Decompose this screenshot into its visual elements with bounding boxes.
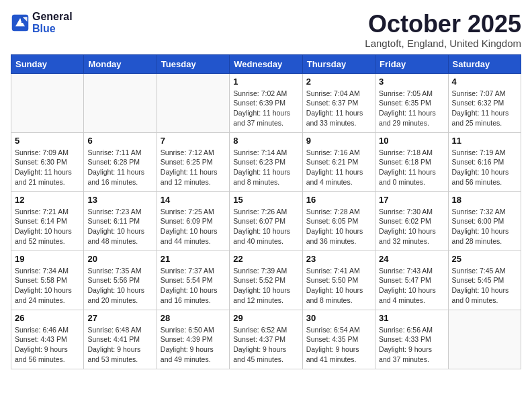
week-row-1: 1Sunrise: 7:02 AMSunset: 6:39 PMDaylight… xyxy=(11,73,521,132)
header: General Blue October 2025 Langtoft, Engl… xyxy=(11,11,521,49)
day-cell: 27Sunrise: 6:48 AMSunset: 4:41 PMDayligh… xyxy=(84,310,157,369)
day-number: 5 xyxy=(15,136,80,146)
day-cell: 10Sunrise: 7:18 AMSunset: 6:18 PMDayligh… xyxy=(375,132,448,191)
day-number: 18 xyxy=(452,195,517,205)
day-cell: 31Sunrise: 6:56 AMSunset: 4:33 PMDayligh… xyxy=(375,310,448,369)
day-number: 11 xyxy=(452,136,517,146)
day-number: 16 xyxy=(306,195,371,205)
day-info: Sunrise: 7:18 AMSunset: 6:18 PMDaylight:… xyxy=(379,148,444,187)
day-number: 27 xyxy=(87,313,152,323)
day-cell: 2Sunrise: 7:04 AMSunset: 6:37 PMDaylight… xyxy=(302,73,375,132)
day-info: Sunrise: 6:46 AMSunset: 4:43 PMDaylight:… xyxy=(15,325,80,365)
day-number: 13 xyxy=(87,195,152,205)
day-info: Sunrise: 7:23 AMSunset: 6:11 PMDaylight:… xyxy=(87,207,152,246)
day-info: Sunrise: 7:19 AMSunset: 6:16 PMDaylight:… xyxy=(452,148,517,187)
day-cell: 25Sunrise: 7:45 AMSunset: 5:45 PMDayligh… xyxy=(448,250,521,310)
day-info: Sunrise: 7:07 AMSunset: 6:32 PMDaylight:… xyxy=(452,89,517,128)
day-cell: 3Sunrise: 7:05 AMSunset: 6:35 PMDaylight… xyxy=(375,73,448,132)
col-header-monday: Monday xyxy=(84,54,157,73)
day-number: 1 xyxy=(233,77,298,87)
day-info: Sunrise: 6:54 AMSunset: 4:35 PMDaylight:… xyxy=(306,325,371,365)
logo-line2: Blue xyxy=(32,23,56,34)
day-cell: 12Sunrise: 7:21 AMSunset: 6:14 PMDayligh… xyxy=(11,191,84,250)
day-number: 6 xyxy=(87,136,152,146)
col-header-friday: Friday xyxy=(375,54,448,73)
day-info: Sunrise: 7:05 AMSunset: 6:35 PMDaylight:… xyxy=(379,89,444,128)
day-cell: 4Sunrise: 7:07 AMSunset: 6:32 PMDaylight… xyxy=(448,73,521,132)
day-info: Sunrise: 7:12 AMSunset: 6:25 PMDaylight:… xyxy=(161,148,226,187)
day-cell: 7Sunrise: 7:12 AMSunset: 6:25 PMDaylight… xyxy=(157,132,229,191)
day-cell: 9Sunrise: 7:16 AMSunset: 6:21 PMDaylight… xyxy=(302,132,375,191)
col-header-thursday: Thursday xyxy=(302,54,375,73)
day-info: Sunrise: 7:02 AMSunset: 6:39 PMDaylight:… xyxy=(233,89,298,128)
day-number: 10 xyxy=(379,136,444,146)
day-number: 21 xyxy=(161,254,226,264)
day-info: Sunrise: 7:41 AMSunset: 5:50 PMDaylight:… xyxy=(306,266,371,306)
day-cell xyxy=(11,73,84,132)
col-header-sunday: Sunday xyxy=(11,54,84,73)
day-number: 2 xyxy=(306,77,371,87)
day-number: 25 xyxy=(452,254,517,264)
day-info: Sunrise: 7:43 AMSunset: 5:47 PMDaylight:… xyxy=(379,266,444,306)
day-number: 22 xyxy=(233,254,298,264)
day-cell: 23Sunrise: 7:41 AMSunset: 5:50 PMDayligh… xyxy=(302,250,375,310)
day-cell: 11Sunrise: 7:19 AMSunset: 6:16 PMDayligh… xyxy=(448,132,521,191)
day-info: Sunrise: 7:14 AMSunset: 6:23 PMDaylight:… xyxy=(233,148,298,187)
logo-line1: General xyxy=(32,11,73,22)
day-info: Sunrise: 7:30 AMSunset: 6:02 PMDaylight:… xyxy=(379,207,444,246)
day-number: 26 xyxy=(15,313,80,323)
week-row-4: 19Sunrise: 7:34 AMSunset: 5:58 PMDayligh… xyxy=(11,250,521,310)
day-cell: 28Sunrise: 6:50 AMSunset: 4:39 PMDayligh… xyxy=(157,310,229,369)
day-cell: 19Sunrise: 7:34 AMSunset: 5:58 PMDayligh… xyxy=(11,250,84,310)
day-cell: 17Sunrise: 7:30 AMSunset: 6:02 PMDayligh… xyxy=(375,191,448,250)
location: Langtoft, England, United Kingdom xyxy=(365,38,521,49)
day-info: Sunrise: 7:37 AMSunset: 5:54 PMDaylight:… xyxy=(161,266,226,306)
day-number: 29 xyxy=(233,313,298,323)
day-info: Sunrise: 7:11 AMSunset: 6:28 PMDaylight:… xyxy=(87,148,152,187)
day-number: 9 xyxy=(306,136,371,146)
day-cell: 14Sunrise: 7:25 AMSunset: 6:09 PMDayligh… xyxy=(157,191,229,250)
day-cell: 1Sunrise: 7:02 AMSunset: 6:39 PMDaylight… xyxy=(230,73,302,132)
day-info: Sunrise: 6:48 AMSunset: 4:41 PMDaylight:… xyxy=(87,325,152,365)
day-cell: 15Sunrise: 7:26 AMSunset: 6:07 PMDayligh… xyxy=(230,191,302,250)
day-cell: 21Sunrise: 7:37 AMSunset: 5:54 PMDayligh… xyxy=(157,250,229,310)
title-block: October 2025 Langtoft, England, United K… xyxy=(365,11,521,49)
day-number: 17 xyxy=(379,195,444,205)
day-number: 4 xyxy=(452,77,517,87)
month-title: October 2025 xyxy=(365,11,521,38)
day-cell: 24Sunrise: 7:43 AMSunset: 5:47 PMDayligh… xyxy=(375,250,448,310)
day-number: 12 xyxy=(15,195,80,205)
day-number: 24 xyxy=(379,254,444,264)
day-number: 31 xyxy=(379,313,444,323)
day-cell: 18Sunrise: 7:32 AMSunset: 6:00 PMDayligh… xyxy=(448,191,521,250)
day-cell xyxy=(84,73,157,132)
day-number: 28 xyxy=(161,313,226,323)
day-number: 8 xyxy=(233,136,298,146)
day-cell: 22Sunrise: 7:39 AMSunset: 5:52 PMDayligh… xyxy=(230,250,302,310)
header-row: SundayMondayTuesdayWednesdayThursdayFrid… xyxy=(11,54,521,73)
day-info: Sunrise: 7:39 AMSunset: 5:52 PMDaylight:… xyxy=(233,266,298,306)
day-cell: 13Sunrise: 7:23 AMSunset: 6:11 PMDayligh… xyxy=(84,191,157,250)
day-cell xyxy=(448,310,521,369)
day-number: 14 xyxy=(161,195,226,205)
day-info: Sunrise: 6:50 AMSunset: 4:39 PMDaylight:… xyxy=(161,325,226,365)
day-info: Sunrise: 7:16 AMSunset: 6:21 PMDaylight:… xyxy=(306,148,371,187)
day-number: 7 xyxy=(161,136,226,146)
day-info: Sunrise: 7:34 AMSunset: 5:58 PMDaylight:… xyxy=(15,266,80,306)
day-info: Sunrise: 7:32 AMSunset: 6:00 PMDaylight:… xyxy=(452,207,517,246)
day-cell xyxy=(157,73,229,132)
day-info: Sunrise: 6:52 AMSunset: 4:37 PMDaylight:… xyxy=(233,325,298,365)
day-cell: 20Sunrise: 7:35 AMSunset: 5:56 PMDayligh… xyxy=(84,250,157,310)
day-cell: 29Sunrise: 6:52 AMSunset: 4:37 PMDayligh… xyxy=(230,310,302,369)
logo-text: General Blue xyxy=(32,11,73,34)
day-info: Sunrise: 7:28 AMSunset: 6:05 PMDaylight:… xyxy=(306,207,371,246)
day-number: 3 xyxy=(379,77,444,87)
day-info: Sunrise: 7:26 AMSunset: 6:07 PMDaylight:… xyxy=(233,207,298,246)
day-number: 15 xyxy=(233,195,298,205)
day-info: Sunrise: 7:25 AMSunset: 6:09 PMDaylight:… xyxy=(161,207,226,246)
col-header-tuesday: Tuesday xyxy=(157,54,229,73)
day-number: 20 xyxy=(87,254,152,264)
col-header-saturday: Saturday xyxy=(448,54,521,73)
col-header-wednesday: Wednesday xyxy=(230,54,302,73)
day-cell: 30Sunrise: 6:54 AMSunset: 4:35 PMDayligh… xyxy=(302,310,375,369)
